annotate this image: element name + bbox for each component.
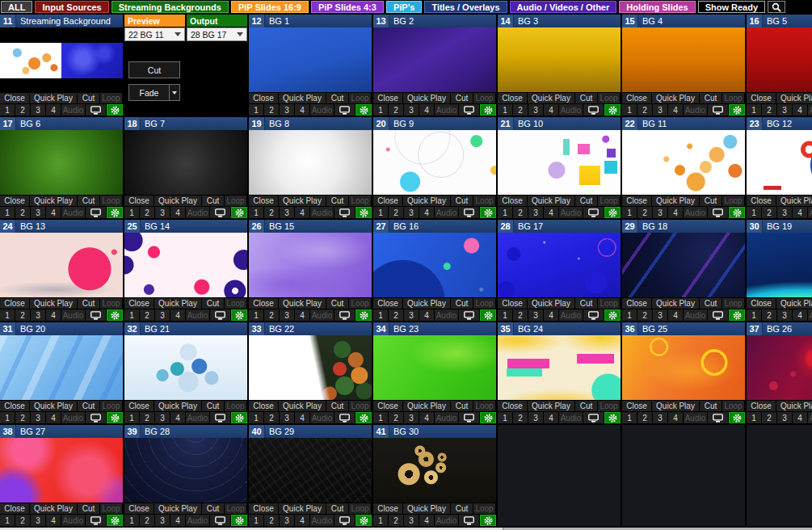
close-button[interactable]: Close bbox=[0, 93, 29, 103]
quick-play-button[interactable]: Quick Play bbox=[403, 196, 450, 206]
loop-button[interactable]: Loop bbox=[349, 503, 371, 514]
overlay-1-button[interactable]: 1 bbox=[249, 207, 263, 218]
overlay-3-button[interactable]: 3 bbox=[404, 104, 419, 116]
close-button[interactable]: Close bbox=[622, 93, 651, 103]
input-thumbnail[interactable] bbox=[249, 233, 372, 297]
input-thumbnail[interactable] bbox=[0, 335, 123, 400]
overlay-4-button[interactable]: 4 bbox=[46, 207, 61, 218]
quick-play-button[interactable]: Quick Play bbox=[154, 401, 201, 411]
input-tile[interactable]: 16 BG 5 Close Quick Play Cut Loop 1 2 3 … bbox=[747, 15, 812, 116]
close-button[interactable]: Close bbox=[249, 503, 278, 514]
category-tab[interactable]: Input Sources bbox=[35, 1, 108, 13]
fullscreen-button[interactable] bbox=[210, 515, 230, 526]
close-button[interactable]: Close bbox=[622, 298, 651, 309]
audio-button[interactable]: Audio bbox=[559, 207, 583, 218]
overlay-4-button[interactable]: 4 bbox=[295, 515, 309, 526]
overlay-4-button[interactable]: 4 bbox=[46, 309, 61, 321]
audio-button[interactable]: Audio bbox=[186, 309, 209, 321]
audio-button[interactable]: Audio bbox=[684, 309, 707, 321]
overlay-1-button[interactable]: 1 bbox=[498, 104, 512, 116]
overlay-4-button[interactable]: 4 bbox=[170, 412, 185, 423]
overlay-4-button[interactable]: 4 bbox=[419, 104, 434, 116]
cut-button[interactable]: Cut bbox=[451, 298, 473, 309]
audio-button[interactable]: Audio bbox=[61, 309, 85, 321]
input-thumbnail[interactable] bbox=[124, 130, 247, 195]
fade-options-button[interactable] bbox=[169, 85, 179, 100]
search-button[interactable] bbox=[768, 1, 785, 13]
fullscreen-button[interactable] bbox=[459, 412, 479, 423]
input-thumbnail[interactable] bbox=[249, 335, 372, 400]
input-tile[interactable]: 24 BG 13 Close Quick Play Cut Loop 1 2 3… bbox=[0, 220, 123, 321]
overlay-4-button[interactable]: 4 bbox=[46, 515, 61, 526]
fullscreen-button[interactable] bbox=[583, 309, 604, 321]
loop-button[interactable]: Loop bbox=[473, 93, 495, 103]
quick-play-button[interactable]: Quick Play bbox=[403, 93, 450, 103]
cut-button[interactable]: Cut bbox=[78, 93, 99, 103]
input-thumbnail[interactable] bbox=[373, 335, 496, 400]
overlay-2-button[interactable]: 2 bbox=[140, 412, 154, 423]
overlay-1-button[interactable]: 1 bbox=[0, 309, 15, 321]
overlay-3-button[interactable]: 3 bbox=[404, 207, 419, 218]
input-tile[interactable]: 40 BG 29 Close Quick Play Cut Loop 1 2 3… bbox=[249, 425, 372, 526]
overlay-2-button[interactable]: 2 bbox=[15, 515, 30, 526]
overlay-1-button[interactable]: 1 bbox=[373, 104, 388, 116]
category-tab[interactable]: Show Ready bbox=[698, 1, 765, 13]
input-thumbnail[interactable] bbox=[249, 438, 372, 503]
quick-play-button[interactable]: Quick Play bbox=[403, 401, 450, 411]
overlay-1-button[interactable]: 1 bbox=[249, 309, 263, 321]
quick-play-button[interactable]: Quick Play bbox=[30, 503, 77, 514]
cut-button[interactable]: Cut bbox=[700, 196, 722, 206]
overlay-4-button[interactable]: 4 bbox=[793, 104, 807, 116]
overlay-3-button[interactable]: 3 bbox=[31, 207, 45, 218]
input-thumbnail[interactable] bbox=[373, 130, 496, 195]
loop-button[interactable]: Loop bbox=[100, 196, 122, 206]
settings-button[interactable] bbox=[231, 309, 247, 321]
settings-button[interactable] bbox=[604, 309, 621, 321]
quick-play-button[interactable]: Quick Play bbox=[279, 298, 326, 309]
overlay-3-button[interactable]: 3 bbox=[528, 207, 543, 218]
input-tile[interactable]: 17 BG 6 Close Quick Play Cut Loop 1 2 3 … bbox=[0, 117, 123, 218]
overlay-1-button[interactable]: 1 bbox=[0, 412, 15, 423]
audio-button[interactable]: Audio bbox=[435, 309, 458, 321]
close-button[interactable]: Close bbox=[498, 298, 527, 309]
overlay-3-button[interactable]: 3 bbox=[155, 309, 170, 321]
audio-button[interactable]: Audio bbox=[435, 412, 458, 423]
quick-play-button[interactable]: Quick Play bbox=[279, 503, 326, 514]
close-button[interactable]: Close bbox=[747, 93, 776, 103]
input-tile[interactable]: 15 BG 4 Close Quick Play Cut Loop 1 2 3 … bbox=[622, 15, 745, 116]
quick-play-button[interactable]: Quick Play bbox=[528, 298, 574, 309]
audio-button[interactable]: Audio bbox=[559, 309, 583, 321]
overlay-2-button[interactable]: 2 bbox=[15, 309, 30, 321]
input-tile[interactable]: 38 BG 27 Close Quick Play Cut Loop 1 2 3… bbox=[0, 425, 123, 526]
overlay-1-button[interactable]: 1 bbox=[124, 309, 139, 321]
settings-button[interactable] bbox=[356, 515, 372, 526]
close-button[interactable]: Close bbox=[249, 93, 278, 103]
fullscreen-button[interactable] bbox=[86, 309, 106, 321]
input-thumbnail[interactable] bbox=[0, 27, 123, 92]
loop-button[interactable]: Loop bbox=[225, 298, 246, 309]
overlay-4-button[interactable]: 4 bbox=[544, 412, 558, 423]
fullscreen-button[interactable] bbox=[334, 104, 355, 116]
settings-button[interactable] bbox=[604, 104, 621, 116]
overlay-4-button[interactable]: 4 bbox=[46, 104, 61, 116]
overlay-2-button[interactable]: 2 bbox=[513, 309, 528, 321]
input-tile[interactable]: 22 BG 11 Close Quick Play Cut Loop 1 2 3… bbox=[622, 117, 745, 218]
fullscreen-button[interactable] bbox=[583, 104, 604, 116]
audio-button[interactable]: Audio bbox=[186, 412, 209, 423]
cut-button[interactable]: Cut bbox=[78, 298, 99, 309]
category-tab[interactable]: PiP's bbox=[386, 1, 422, 13]
overlay-2-button[interactable]: 2 bbox=[762, 104, 776, 116]
overlay-4-button[interactable]: 4 bbox=[793, 309, 807, 321]
overlay-3-button[interactable]: 3 bbox=[528, 104, 543, 116]
settings-button[interactable] bbox=[480, 309, 496, 321]
audio-button[interactable]: Audio bbox=[684, 412, 707, 423]
input-thumbnail[interactable] bbox=[747, 335, 812, 400]
settings-button[interactable] bbox=[231, 412, 247, 423]
loop-button[interactable]: Loop bbox=[349, 298, 371, 309]
loop-button[interactable]: Loop bbox=[722, 401, 744, 411]
overlay-2-button[interactable]: 2 bbox=[140, 515, 154, 526]
overlay-4-button[interactable]: 4 bbox=[46, 412, 61, 423]
quick-play-button[interactable]: Quick Play bbox=[403, 298, 450, 309]
cut-button[interactable]: Cut bbox=[451, 503, 473, 514]
close-button[interactable]: Close bbox=[747, 196, 776, 206]
